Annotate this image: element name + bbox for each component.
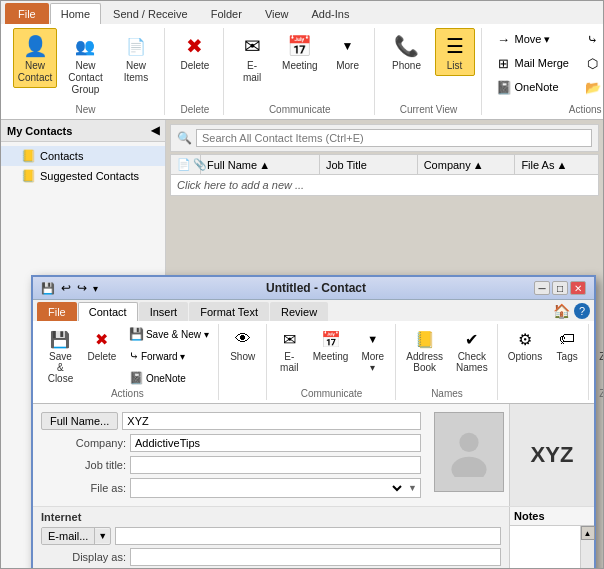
tags-icon: 🏷 [555, 327, 579, 351]
move-button[interactable]: → Move ▾ [490, 28, 575, 50]
email-dropdown-btn[interactable]: E-mail... [42, 528, 95, 544]
d-more-button[interactable]: ▼ More ▾ [354, 324, 391, 376]
d-group-names-label: Names [401, 388, 492, 400]
more-comm-button[interactable]: ▼ More [328, 28, 368, 76]
search-input[interactable] [196, 129, 592, 147]
displayas-row: Display as: [41, 548, 501, 566]
forward-d-button[interactable]: ⤷ Forward ▾ [124, 346, 214, 366]
dialog-tab-file[interactable]: File [37, 302, 77, 321]
d-email-button[interactable]: ✉ E-mail [272, 324, 307, 376]
th-fullname-label: Full Name [207, 159, 257, 171]
notes-textarea[interactable] [510, 526, 580, 568]
save-new-button[interactable]: 💾 Save & New ▾ [124, 324, 214, 344]
sidebar-item-suggested[interactable]: 📒 Suggested Contacts [1, 166, 165, 186]
fullname-button[interactable]: Full Name... [41, 412, 118, 430]
displayas-input[interactable] [130, 548, 501, 566]
move-icon: → [496, 31, 512, 47]
list-view-button[interactable]: ☰ List [435, 28, 475, 76]
d-group-actions-label: Actions [41, 388, 214, 400]
tab-view[interactable]: View [254, 3, 300, 24]
dialog-undo-icon[interactable]: ↩ [61, 281, 71, 295]
contact-preview-box: XYZ [509, 404, 594, 506]
dialog-close-button[interactable]: ✕ [570, 281, 586, 295]
email-button[interactable]: ✉ E-mail [232, 28, 272, 88]
fullname-input[interactable] [122, 412, 421, 430]
dialog-question-icon[interactable]: ? [574, 303, 590, 319]
dialog-tab-contact[interactable]: Contact [78, 302, 138, 321]
dialog-redo-icon[interactable]: ↪ [77, 281, 87, 295]
sidebar-item-contacts[interactable]: 📒 Contacts [1, 146, 165, 166]
one-note-button[interactable]: 📓 OneNote [490, 76, 575, 98]
fileas-select-wrap[interactable]: ▼ [130, 478, 421, 498]
options-button[interactable]: ⚙ Options [503, 324, 547, 365]
dialog-minimize-button[interactable]: ─ [534, 281, 550, 295]
dialog-tab-review[interactable]: Review [270, 302, 328, 321]
new-contact-button[interactable]: 👤 NewContact [13, 28, 57, 88]
onenote-d-icon: 📓 [129, 371, 144, 385]
sidebar-collapse-icon[interactable]: ◀ [151, 124, 159, 137]
address-book-label: AddressBook [406, 351, 443, 373]
th-company[interactable]: Company ▲ [418, 155, 516, 174]
dialog-tab-format[interactable]: Format Text [189, 302, 269, 321]
tab-folder[interactable]: Folder [200, 3, 253, 24]
photo-placeholder[interactable] [434, 412, 504, 492]
mail-merge-icon: ⊞ [496, 55, 512, 71]
save-close-button[interactable]: 💾 Save &Close [41, 324, 80, 387]
d-group-options-label [503, 399, 584, 400]
email-input[interactable] [115, 527, 501, 545]
share-contact-button[interactable]: ⬡ Share Conta... [579, 52, 604, 74]
meeting-button[interactable]: 📅 Meeting [276, 28, 323, 76]
show-button[interactable]: 👁 Show [224, 324, 262, 365]
notes-scroll-up[interactable]: ▲ [581, 526, 595, 540]
outlook-window: File Home Send / Receive Folder View Add… [0, 0, 604, 569]
add-row[interactable]: Click here to add a new ... [170, 174, 599, 196]
dialog-app-icon: 💾 [41, 282, 55, 295]
jobtitle-input[interactable] [130, 456, 421, 474]
add-row-label: Click here to add a new ... [177, 179, 304, 191]
email-dropdown-arrow[interactable]: ▼ [95, 529, 110, 543]
tab-addins[interactable]: Add-Ins [301, 3, 361, 24]
d-meeting-button[interactable]: 📅 Meeting [310, 324, 351, 365]
mail-merge-button[interactable]: ⊞ Mail Merge [490, 52, 575, 74]
save-close-label: Save &Close [46, 351, 75, 384]
mail-merge-label: Mail Merge [515, 57, 569, 69]
d-email-label: E-mail [277, 351, 302, 373]
th-fileas-label: File As [521, 159, 554, 171]
th-fileas[interactable]: File As ▲ [515, 155, 598, 174]
tab-send-receive[interactable]: Send / Receive [102, 3, 199, 24]
open-shared-button[interactable]: 📂 Open Shar... [579, 76, 604, 98]
d-group-communicate-label: Communicate [272, 388, 392, 400]
new-contact-group-button[interactable]: 👥 New ContactGroup [61, 28, 110, 100]
phone-view-button[interactable]: 📞 Phone [383, 28, 431, 76]
forward-contact-button[interactable]: ⤷ Forward C... [579, 28, 604, 50]
th-fullname[interactable]: Full Name ▲ [201, 155, 320, 174]
sidebar-contacts-label: Contacts [40, 150, 83, 162]
tab-file[interactable]: File [5, 3, 49, 24]
fileas-select[interactable] [131, 479, 405, 497]
dialog-maximize-button[interactable]: □ [552, 281, 568, 295]
jobtitle-row: Job title: [41, 456, 421, 474]
d-group-show: 👁 Show [220, 324, 267, 400]
dialog-more-icon[interactable]: ▾ [93, 283, 98, 294]
zoom-button[interactable]: 🔍 Zoom [594, 324, 603, 365]
dialog-help-icon[interactable]: 🏠 [553, 303, 570, 319]
save-close-icon: 💾 [48, 327, 72, 351]
phone-label: Phone [392, 60, 421, 72]
company-input[interactable] [130, 434, 421, 452]
tab-home[interactable]: Home [50, 3, 101, 24]
sidebar-section: 📒 Contacts 📒 Suggested Contacts [1, 142, 165, 190]
d-group-zoom-label: Zoom [594, 388, 603, 400]
tags-button[interactable]: 🏷 Tags [550, 324, 584, 365]
new-items-button[interactable]: 📄 New Items [114, 28, 158, 88]
address-book-button[interactable]: 📒 AddressBook [401, 324, 448, 376]
internet-section-label: Internet [41, 511, 501, 523]
delete-button[interactable]: ✖ Delete [173, 28, 217, 76]
dialog-tab-insert[interactable]: Insert [139, 302, 189, 321]
onenote-d-button[interactable]: 📓 OneNote [124, 368, 214, 388]
check-names-button[interactable]: ✔ CheckNames [451, 324, 493, 376]
th-jobtitle[interactable]: Job Title [320, 155, 418, 174]
d-delete-button[interactable]: ✖ Delete [83, 324, 121, 365]
d-email-icon: ✉ [277, 327, 301, 351]
d-group-actions: 💾 Save &Close ✖ Delete 💾 Save & New ▾ [37, 324, 219, 400]
contact-dialog: 💾 ↩ ↪ ▾ Untitled - Contact ─ □ ✕ File Co… [31, 275, 596, 568]
